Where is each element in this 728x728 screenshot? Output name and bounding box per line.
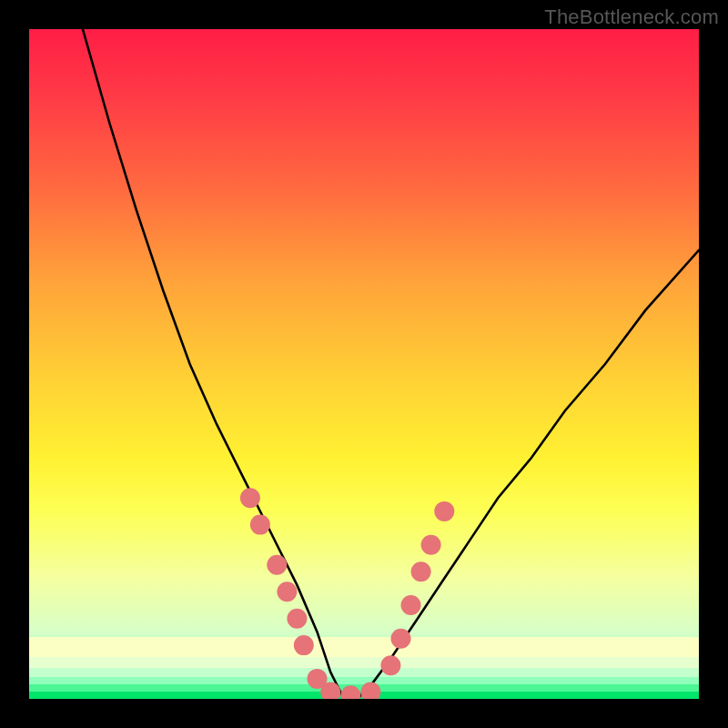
- band-pale-green-1: [29, 657, 699, 668]
- marker-dot: [287, 609, 307, 629]
- marker-dot: [250, 515, 270, 535]
- marker-dot: [267, 555, 287, 575]
- marker-dot: [380, 655, 400, 675]
- watermark-text: TheBottleneck.com: [544, 5, 719, 29]
- band-green-1: [29, 677, 699, 684]
- marker-dot: [320, 682, 340, 699]
- marker-dot: [340, 685, 360, 699]
- marker-dots: [240, 488, 454, 699]
- marker-dot: [360, 682, 380, 699]
- marker-dot: [434, 501, 454, 521]
- chart-svg: [29, 29, 699, 699]
- bottleneck-curve: [83, 29, 699, 699]
- band-green-2: [29, 684, 699, 692]
- outer-frame: TheBottleneck.com: [0, 0, 728, 728]
- plot-area: [29, 29, 699, 699]
- marker-dot: [294, 635, 314, 655]
- marker-dot: [277, 581, 297, 602]
- marker-dot: [240, 488, 260, 508]
- marker-dot: [421, 535, 441, 555]
- marker-dot: [401, 595, 421, 615]
- marker-dot: [411, 561, 431, 581]
- band-pale-yellow: [29, 637, 699, 657]
- band-green-3: [29, 692, 699, 699]
- marker-dot: [391, 629, 411, 649]
- marker-dot: [308, 669, 328, 689]
- band-pale-green-2: [29, 668, 699, 677]
